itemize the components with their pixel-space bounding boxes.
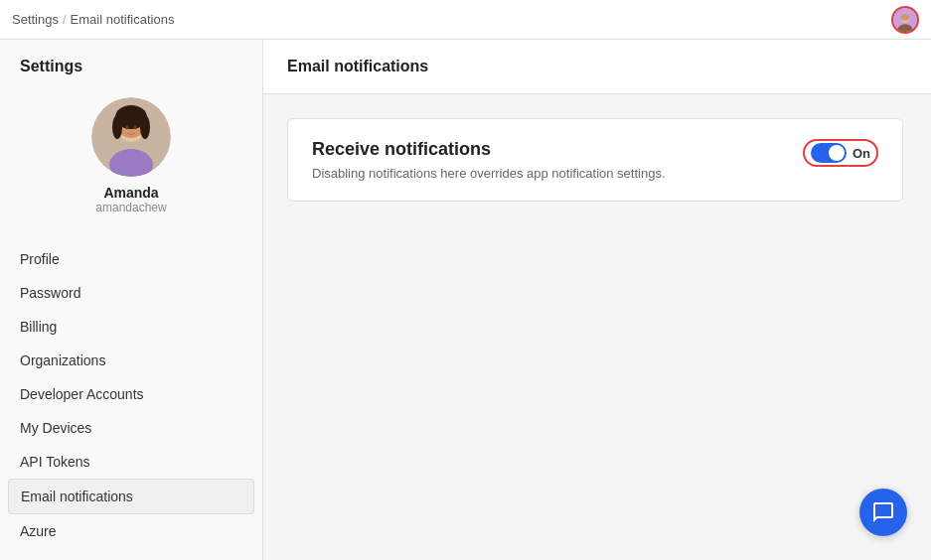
toggle-container[interactable]: On bbox=[803, 139, 878, 167]
toggle-knob bbox=[829, 145, 845, 161]
svg-point-3 bbox=[901, 14, 910, 21]
sidebar-item-email-notifications[interactable]: Email notifications bbox=[8, 479, 254, 514]
user-profile-section: Amanda amandachew bbox=[0, 87, 262, 234]
notification-toggle[interactable] bbox=[811, 143, 847, 163]
breadcrumb-root[interactable]: Settings bbox=[12, 12, 59, 27]
sidebar: Settings bbox=[0, 40, 263, 560]
sidebar-item-organizations[interactable]: Organizations bbox=[0, 344, 262, 377]
sidebar-item-azure[interactable]: Azure bbox=[0, 514, 262, 548]
sidebar-title: Settings bbox=[0, 40, 262, 87]
chat-button[interactable] bbox=[859, 489, 907, 536]
svg-point-11 bbox=[126, 125, 129, 129]
sidebar-nav: Profile Password Billing Organizations D… bbox=[0, 234, 262, 556]
svg-point-8 bbox=[112, 115, 122, 139]
content-title: Email notifications bbox=[263, 40, 931, 94]
chat-icon bbox=[871, 500, 895, 524]
user-name: Amanda bbox=[103, 185, 158, 201]
user-username: amandachew bbox=[95, 201, 166, 214]
sidebar-item-developer-accounts[interactable]: Developer Accounts bbox=[0, 377, 262, 411]
notification-info: Receive notifications Disabling notifica… bbox=[312, 139, 666, 181]
breadcrumb-separator: / bbox=[63, 12, 67, 27]
content-area: Email notifications Receive notification… bbox=[263, 40, 931, 560]
content-body: Receive notifications Disabling notifica… bbox=[263, 94, 931, 560]
toggle-label: On bbox=[853, 146, 870, 161]
svg-point-12 bbox=[134, 125, 137, 129]
topbar: Settings / Email notifications bbox=[0, 0, 931, 40]
main-layout: Settings bbox=[0, 40, 931, 560]
user-avatar-large bbox=[91, 97, 171, 177]
sidebar-item-api-tokens[interactable]: API Tokens bbox=[0, 445, 262, 479]
sidebar-item-billing[interactable]: Billing bbox=[0, 310, 262, 344]
sidebar-item-my-devices[interactable]: My Devices bbox=[0, 411, 262, 445]
user-avatar-top[interactable] bbox=[891, 6, 919, 34]
sidebar-item-profile[interactable]: Profile bbox=[0, 242, 262, 276]
notification-title: Receive notifications bbox=[312, 139, 666, 160]
svg-point-9 bbox=[140, 115, 150, 139]
notification-description: Disabling notifications here overrides a… bbox=[312, 166, 666, 181]
notification-card: Receive notifications Disabling notifica… bbox=[287, 118, 903, 202]
breadcrumb: Settings / Email notifications bbox=[12, 12, 174, 27]
sidebar-item-password[interactable]: Password bbox=[0, 276, 262, 310]
breadcrumb-current: Email notifications bbox=[71, 12, 175, 27]
